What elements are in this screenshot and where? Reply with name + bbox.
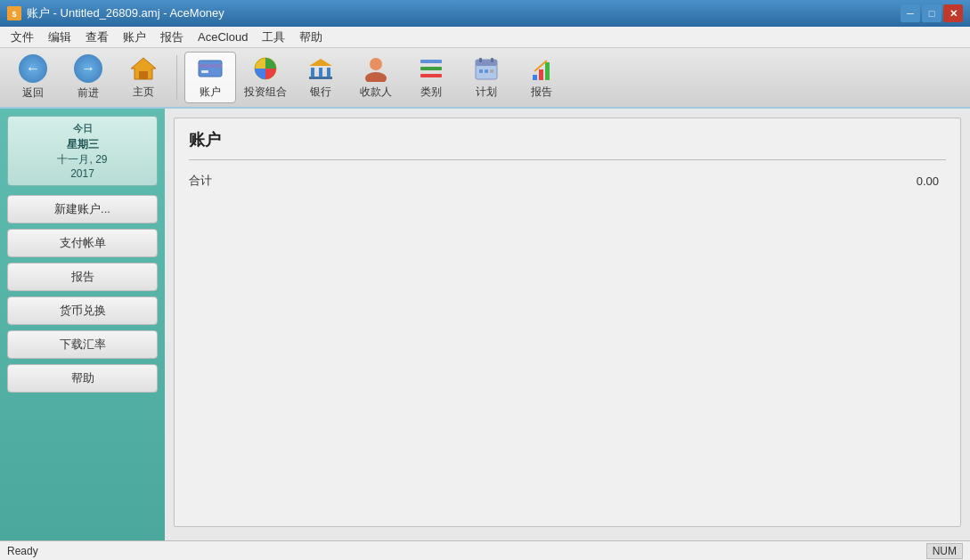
account-button[interactable]: 账户 bbox=[184, 52, 236, 103]
main-area: 今日 星期三 十一月, 29 2017 新建账户... 支付帐单 报告 货币兑换… bbox=[0, 109, 970, 540]
content-area: 账户 合计 0.00 bbox=[165, 109, 970, 540]
svg-text:$: $ bbox=[12, 10, 16, 19]
today-label: 今日 bbox=[15, 122, 150, 135]
svg-rect-26 bbox=[539, 69, 543, 80]
svg-rect-24 bbox=[490, 69, 493, 73]
svg-rect-9 bbox=[319, 68, 322, 77]
category-label: 类别 bbox=[420, 85, 442, 100]
account-panel: 账户 合计 0.00 bbox=[174, 118, 961, 527]
svg-rect-5 bbox=[199, 64, 222, 68]
account-panel-title: 账户 bbox=[189, 129, 946, 150]
svg-rect-16 bbox=[420, 67, 442, 70]
nav-back-button[interactable]: ← 返回 bbox=[7, 52, 59, 103]
menu-account[interactable]: 账户 bbox=[116, 27, 153, 48]
account-label: 账户 bbox=[200, 85, 221, 100]
date-text: 十一月, 29 bbox=[15, 152, 150, 167]
total-value: 0.00 bbox=[917, 174, 946, 188]
svg-rect-23 bbox=[485, 69, 488, 73]
reports-button[interactable]: 报告 bbox=[7, 263, 158, 291]
svg-rect-27 bbox=[545, 62, 550, 80]
svg-rect-17 bbox=[420, 74, 442, 77]
back-icon: ← bbox=[19, 54, 47, 83]
portfolio-icon bbox=[251, 55, 280, 82]
home-label: 主页 bbox=[133, 85, 154, 100]
schedule-button[interactable]: 计划 bbox=[461, 52, 512, 103]
status-bar: Ready NUM bbox=[0, 540, 970, 560]
toolbar: ← 返回 → 前进 主页 账户 bbox=[0, 48, 970, 109]
sidebar: 今日 星期三 十一月, 29 2017 新建账户... 支付帐单 报告 货币兑换… bbox=[0, 109, 165, 540]
schedule-label: 计划 bbox=[476, 85, 497, 100]
menu-acecloud[interactable]: AceCloud bbox=[191, 28, 255, 46]
svg-rect-4 bbox=[199, 61, 222, 77]
currency-exchange-button[interactable]: 货币兑换 bbox=[7, 296, 158, 325]
total-label: 合计 bbox=[189, 173, 212, 189]
nav-back-label: 返回 bbox=[22, 85, 44, 101]
svg-rect-12 bbox=[309, 77, 332, 79]
close-button[interactable]: ✕ bbox=[943, 4, 963, 22]
title-bar-left: $ 账户 - Untitled_26809.amj - AceMoney bbox=[7, 5, 224, 21]
new-account-button[interactable]: 新建账户... bbox=[7, 195, 158, 223]
nav-fwd-button[interactable]: → 前进 bbox=[62, 52, 114, 103]
status-right: NUM bbox=[926, 543, 963, 559]
pay-bills-button[interactable]: 支付帐单 bbox=[7, 229, 158, 257]
svg-point-13 bbox=[370, 58, 382, 70]
schedule-icon bbox=[472, 55, 501, 82]
account-divider bbox=[189, 159, 946, 160]
minimize-button[interactable]: ─ bbox=[901, 4, 920, 22]
menu-report[interactable]: 报告 bbox=[153, 27, 191, 48]
forward-icon: → bbox=[74, 54, 102, 83]
account-total-row: 合计 0.00 bbox=[189, 169, 946, 192]
account-icon bbox=[196, 55, 224, 82]
menu-view[interactable]: 查看 bbox=[78, 27, 116, 48]
download-rates-button[interactable]: 下载汇率 bbox=[7, 330, 158, 359]
home-button[interactable]: 主页 bbox=[118, 52, 169, 103]
menu-edit[interactable]: 编辑 bbox=[41, 27, 78, 48]
num-badge: NUM bbox=[926, 543, 963, 559]
svg-point-14 bbox=[365, 72, 387, 82]
report-label: 报告 bbox=[531, 85, 552, 100]
toolbar-divider bbox=[176, 55, 177, 100]
menu-bar: 文件 编辑 查看 账户 报告 AceCloud 工具 帮助 bbox=[0, 27, 970, 48]
menu-help[interactable]: 帮助 bbox=[292, 27, 330, 48]
status-ready: Ready bbox=[7, 545, 38, 557]
help-button[interactable]: 帮助 bbox=[7, 364, 158, 393]
bank-label: 银行 bbox=[310, 85, 331, 100]
bank-button[interactable]: 银行 bbox=[295, 52, 346, 103]
portfolio-label: 投资组合 bbox=[244, 85, 287, 100]
payee-button[interactable]: 收款人 bbox=[350, 52, 402, 103]
title-bar-controls: ─ □ ✕ bbox=[901, 4, 963, 22]
title-bar-text: 账户 - Untitled_26809.amj - AceMoney bbox=[27, 5, 224, 21]
today-card: 今日 星期三 十一月, 29 2017 bbox=[7, 116, 158, 186]
svg-rect-19 bbox=[476, 60, 497, 66]
svg-rect-15 bbox=[420, 60, 442, 63]
maximize-button[interactable]: □ bbox=[922, 4, 941, 22]
payee-icon bbox=[362, 55, 390, 82]
menu-file[interactable]: 文件 bbox=[4, 27, 41, 48]
svg-rect-10 bbox=[327, 68, 330, 77]
weekday-text: 星期三 bbox=[15, 137, 150, 152]
payee-label: 收款人 bbox=[360, 85, 392, 100]
category-icon bbox=[417, 55, 445, 82]
title-bar: $ 账户 - Untitled_26809.amj - AceMoney ─ □… bbox=[0, 0, 970, 27]
svg-rect-8 bbox=[311, 68, 314, 77]
category-button[interactable]: 类别 bbox=[405, 52, 457, 103]
svg-rect-21 bbox=[491, 58, 493, 62]
report-icon bbox=[527, 55, 556, 82]
menu-tools[interactable]: 工具 bbox=[255, 27, 292, 48]
svg-marker-11 bbox=[309, 59, 332, 66]
svg-rect-25 bbox=[533, 75, 537, 80]
app-icon: $ bbox=[7, 6, 21, 20]
svg-rect-6 bbox=[201, 70, 208, 73]
home-icon bbox=[129, 55, 158, 82]
portfolio-button[interactable]: 投资组合 bbox=[240, 52, 291, 103]
svg-rect-20 bbox=[479, 58, 482, 62]
nav-fwd-label: 前进 bbox=[77, 85, 99, 101]
report-button[interactable]: 报告 bbox=[516, 52, 567, 103]
bank-icon bbox=[306, 55, 335, 82]
year-text: 2017 bbox=[15, 167, 150, 180]
svg-rect-3 bbox=[139, 71, 148, 79]
svg-rect-22 bbox=[479, 69, 483, 73]
